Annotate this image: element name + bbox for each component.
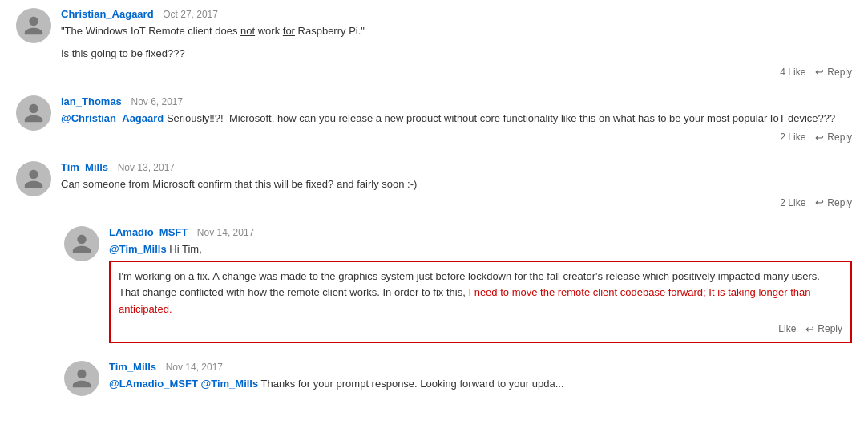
comment-row-nested: LAmadio_MSFT Nov 14, 2017 @Tim_Mills Hi …: [64, 226, 852, 346]
comment-content: Tim_Mills Nov 13, 2017 Can someone from …: [61, 161, 852, 209]
avatar: [64, 361, 99, 396]
comment-text: "The Windows IoT Remote client does not …: [61, 23, 852, 39]
comment-row: Tim_Mills Nov 13, 2017 Can someone from …: [16, 161, 852, 212]
reply-label: Reply: [827, 131, 852, 143]
avatar: [16, 8, 51, 43]
avatar: [16, 161, 51, 196]
reply-icon: ↩: [805, 323, 814, 335]
reply-label: Reply: [827, 197, 852, 208]
reply-button[interactable]: ↩ Reply: [815, 66, 852, 78]
comment-actions: Like ↩ Reply: [119, 323, 842, 335]
comment-meta: Tim_Mills Nov 13, 2017: [61, 161, 852, 173]
like-count: 4 Like: [780, 67, 805, 78]
avatar: [64, 226, 99, 261]
comment-actions: 2 Like ↩ Reply: [61, 196, 852, 208]
comment-row: Ian_Thomas Nov 6, 2017 @Christian_Aagaar…: [16, 95, 852, 147]
comment-text: Can someone from Microsoft confirm that …: [61, 176, 852, 192]
reply-button[interactable]: ↩ Reply: [815, 196, 852, 208]
comment-meta: Ian_Thomas Nov 6, 2017: [61, 95, 852, 107]
avatar: [16, 95, 51, 131]
comment-date: Oct 27, 2017: [163, 9, 218, 20]
mention: @Tim_Mills: [109, 243, 167, 255]
like-count: 2 Like: [780, 131, 805, 143]
comment-content: Tim_Mills Nov 14, 2017 @LAmadio_MSFT @Ti…: [109, 361, 852, 396]
comment-actions: 4 Like ↩ Reply: [61, 66, 852, 78]
reply-button[interactable]: ↩ Reply: [815, 131, 852, 144]
highlighted-comment-box: I'm working on a fix. A change was made …: [109, 261, 852, 343]
username: LAmadio_MSFT: [109, 226, 188, 238]
username: Tim_Mills: [109, 361, 156, 373]
comment-text-body: Thanks for your prompt response. Looking…: [261, 378, 564, 390]
comment-text-line2: Is this going to be fixed???: [61, 46, 852, 62]
username: Christian_Aagaard: [61, 8, 154, 20]
comment-meta: Tim_Mills Nov 14, 2017: [109, 361, 852, 373]
comment-text: @LAmadio_MSFT @Tim_Mills Thanks for your…: [109, 376, 852, 392]
username: Tim_Mills: [61, 161, 108, 173]
mention: @Tim_Mills: [201, 378, 259, 390]
comment-row-nested: Tim_Mills Nov 14, 2017 @LAmadio_MSFT @Ti…: [64, 361, 852, 399]
comment-date: Nov 13, 2017: [118, 162, 175, 173]
username: Ian_Thomas: [61, 95, 122, 107]
comment-content: Ian_Thomas Nov 6, 2017 @Christian_Aagaar…: [61, 95, 852, 144]
mention: @LAmadio_MSFT: [109, 378, 198, 390]
reply-icon: ↩: [815, 66, 824, 78]
comment-date: Nov 14, 2017: [166, 362, 223, 373]
comment-date: Nov 6, 2017: [131, 96, 183, 107]
red-text: I need to move the remote client codebas…: [119, 286, 811, 315]
comment-text: @Christian_Aagaard Seriously‼?! Microsof…: [61, 111, 852, 127]
comment-content: LAmadio_MSFT Nov 14, 2017 @Tim_Mills Hi …: [109, 226, 852, 343]
comments-section: Christian_Aagaard Oct 27, 2017 "The Wind…: [0, 0, 868, 422]
reply-label: Reply: [818, 323, 842, 334]
like-count: 2 Like: [780, 197, 805, 208]
reply-label: Reply: [827, 67, 852, 78]
comment-actions: 2 Like ↩ Reply: [61, 131, 852, 144]
like-count: Like: [778, 323, 796, 334]
highlighted-text: I'm working on a fix. A change was made …: [119, 269, 842, 318]
comment-date: Nov 14, 2017: [197, 227, 254, 238]
comment-meta: LAmadio_MSFT Nov 14, 2017: [109, 226, 852, 238]
reply-icon: ↩: [815, 196, 824, 208]
reply-button[interactable]: ↩ Reply: [805, 323, 842, 335]
comment-row: Christian_Aagaard Oct 27, 2017 "The Wind…: [16, 8, 852, 81]
mention: @Christian_Aagaard: [61, 112, 164, 124]
comment-content: Christian_Aagaard Oct 27, 2017 "The Wind…: [61, 8, 852, 78]
comment-meta: Christian_Aagaard Oct 27, 2017: [61, 8, 852, 20]
comment-mention-line: @Tim_Mills Hi Tim,: [109, 241, 852, 257]
reply-icon: ↩: [815, 131, 824, 144]
